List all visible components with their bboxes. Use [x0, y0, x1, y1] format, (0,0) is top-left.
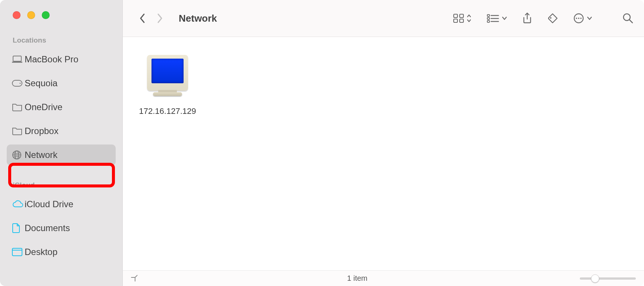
- sidebar-item-label: Network: [25, 150, 57, 160]
- sidebar-item-network[interactable]: Network: [7, 144, 116, 165]
- search-button[interactable]: [622, 13, 634, 24]
- network-computer-item[interactable]: 172.16.127.129: [134, 55, 201, 116]
- svg-rect-7: [12, 248, 22, 256]
- svg-rect-10: [460, 14, 463, 18]
- file-item-label: 172.16.127.129: [139, 106, 196, 116]
- window-controls: [0, 1, 122, 19]
- forward-button[interactable]: [151, 13, 168, 24]
- laptop-icon: [12, 56, 25, 63]
- sidebar-item-dropbox[interactable]: Dropbox: [7, 121, 116, 142]
- icon-size-slider[interactable]: [580, 277, 636, 280]
- svg-rect-14: [487, 18, 490, 19]
- desktop-icon: [12, 248, 25, 256]
- sidebar-section-locations-label: Locations: [0, 19, 122, 47]
- sidebar-item-documents[interactable]: Documents: [7, 218, 116, 239]
- back-button[interactable]: [134, 13, 151, 24]
- sidebar-item-desktop[interactable]: Desktop: [7, 242, 116, 262]
- sidebar-item-label: OneDrive: [25, 102, 62, 112]
- sidebar-item-label: Documents: [25, 223, 70, 233]
- svg-rect-9: [454, 14, 457, 18]
- share-button[interactable]: [522, 12, 532, 24]
- chevron-down-icon: [587, 16, 593, 21]
- svg-line-25: [629, 20, 632, 23]
- sidebar-item-label: iCloud Drive: [25, 199, 74, 209]
- svg-point-21: [576, 18, 577, 19]
- status-bar: 1 item: [123, 270, 644, 286]
- folder-icon: [12, 103, 25, 111]
- disk-icon: [12, 80, 25, 87]
- sidebar-item-sequoia[interactable]: Sequoia: [7, 73, 116, 94]
- svg-rect-15: [487, 21, 490, 22]
- toolbar: Network: [123, 0, 644, 37]
- group-icon: [487, 13, 499, 23]
- group-by-button[interactable]: [487, 13, 507, 23]
- sidebar-item-label: Sequoia: [25, 78, 57, 88]
- close-window-button[interactable]: [13, 11, 21, 19]
- document-icon: [12, 223, 25, 233]
- globe-icon: [12, 150, 25, 160]
- svg-point-19: [550, 17, 551, 19]
- updown-caret-icon: [466, 13, 472, 23]
- svg-point-23: [580, 18, 582, 19]
- svg-rect-11: [454, 19, 457, 22]
- tags-button[interactable]: [547, 13, 558, 24]
- action-menu-button[interactable]: [573, 13, 593, 24]
- grid-icon: [453, 13, 464, 23]
- status-item-count: 1 item: [142, 274, 572, 283]
- svg-rect-1: [12, 62, 22, 63]
- sidebar: Locations MacBook Pro Sequoia OneDrive D…: [0, 0, 123, 286]
- view-icons-button[interactable]: [453, 13, 472, 23]
- window-title: Network: [179, 13, 217, 24]
- sidebar-item-label: MacBook Pro: [25, 54, 78, 65]
- sidebar-item-label: Dropbox: [25, 126, 59, 136]
- search-icon: [622, 13, 634, 24]
- sidebar-item-icloud-drive[interactable]: iCloud Drive: [7, 194, 116, 215]
- svg-rect-12: [460, 19, 463, 22]
- sidebar-item-label: Desktop: [25, 247, 57, 257]
- share-icon: [522, 12, 532, 24]
- sidebar-item-onedrive[interactable]: OneDrive: [7, 97, 116, 118]
- computer-icon: [146, 55, 190, 98]
- path-button[interactable]: [131, 273, 139, 283]
- chevron-down-icon: [501, 16, 507, 21]
- zoom-window-button[interactable]: [42, 11, 50, 19]
- svg-point-22: [578, 18, 579, 19]
- content-area[interactable]: 172.16.127.129: [123, 37, 644, 270]
- main-area: Network: [123, 0, 644, 286]
- slider-thumb[interactable]: [591, 274, 599, 283]
- svg-point-3: [19, 83, 21, 84]
- cloud-icon: [12, 200, 25, 208]
- ellipsis-circle-icon: [573, 13, 584, 24]
- tag-icon: [547, 13, 558, 24]
- sidebar-item-macbook-pro[interactable]: MacBook Pro: [7, 49, 116, 70]
- svg-rect-0: [13, 56, 21, 61]
- sidebar-section-icloud-label: iCloud: [0, 167, 122, 192]
- folder-icon: [12, 127, 25, 135]
- svg-rect-13: [487, 15, 490, 16]
- minimize-window-button[interactable]: [27, 11, 35, 19]
